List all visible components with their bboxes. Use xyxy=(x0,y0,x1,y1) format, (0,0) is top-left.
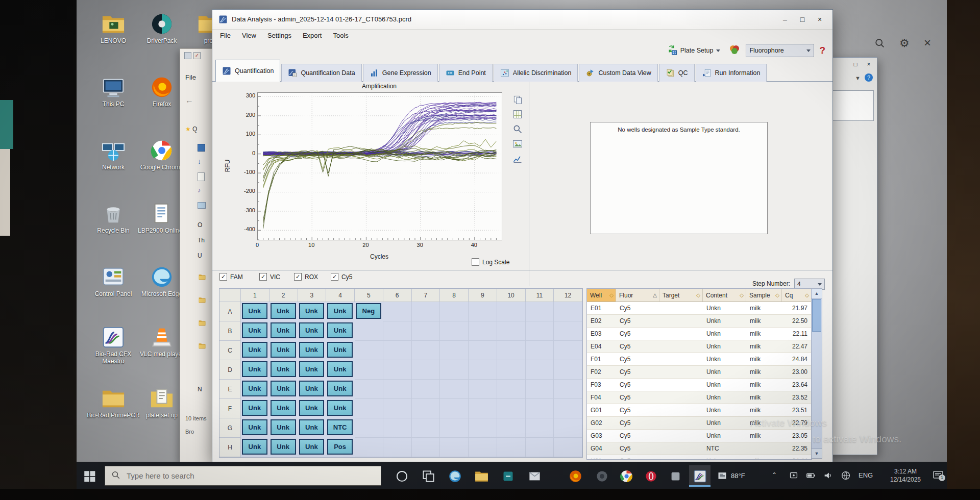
taskbar-ball-button[interactable] xyxy=(591,465,612,487)
well-G9-empty[interactable] xyxy=(469,418,497,438)
quick-access-item[interactable]: ★ Q xyxy=(185,126,197,133)
well-E6-empty[interactable] xyxy=(383,380,412,399)
well-E10-empty[interactable] xyxy=(497,380,526,399)
chart-tool-image-icon[interactable] xyxy=(512,139,523,149)
well-A12-empty[interactable] xyxy=(554,302,582,321)
table-row-F03[interactable]: F03Cy5Unknmilk23.64 xyxy=(587,379,812,391)
well-C12-empty[interactable] xyxy=(554,341,582,360)
well-A10-empty[interactable] xyxy=(497,302,526,321)
well-H1[interactable]: Unk xyxy=(242,439,267,455)
checkbox-fam[interactable]: ✓FAM xyxy=(219,273,243,281)
tray-expand-chevron[interactable]: ⌃ xyxy=(772,471,777,479)
well-A3[interactable]: Unk xyxy=(299,303,325,319)
desktop-icon-lenovo[interactable]: LENOVO xyxy=(87,12,140,44)
desktop-icon-bio-rad-cfx-maestro[interactable]: Bio-Rad CFX Maestro xyxy=(87,326,140,365)
table-row-E03[interactable]: E03Cy5Unknmilk22.11 xyxy=(587,328,812,340)
desktop-icon-recycle-bin[interactable]: Recycle Bin xyxy=(87,202,140,234)
well-C10-empty[interactable] xyxy=(497,341,526,360)
well-H10-empty[interactable] xyxy=(497,438,526,457)
well-C8-empty[interactable] xyxy=(440,341,469,360)
taskbar-mail-button[interactable] xyxy=(524,465,545,487)
maximize-button[interactable]: □ xyxy=(794,13,811,26)
column-header-sample[interactable]: Sample◇ xyxy=(746,289,782,302)
tab-end-point[interactable]: End Point xyxy=(439,64,493,82)
well-F11-empty[interactable] xyxy=(526,399,554,418)
plate-column-header[interactable]: 2 xyxy=(270,289,298,302)
taskbar-search[interactable] xyxy=(105,466,381,486)
well-A9-empty[interactable] xyxy=(469,302,497,321)
desktop-icon-bio-rad-primepcr[interactable]: Bio-Rad PrimePCR xyxy=(87,387,140,419)
plate-row-header[interactable]: B xyxy=(219,321,241,341)
well-A4[interactable]: Unk xyxy=(327,303,353,319)
well-C9-empty[interactable] xyxy=(469,341,497,360)
table-row-G01[interactable]: G01Cy5Unknmilk23.51 xyxy=(587,404,812,417)
well-D10-empty[interactable] xyxy=(497,360,526,380)
well-C1[interactable]: Unk xyxy=(242,342,267,358)
close-button[interactable]: × xyxy=(863,60,875,69)
tab-quantification[interactable]: Quantification xyxy=(215,60,280,82)
well-A5[interactable]: Neg xyxy=(356,303,381,319)
well-A1[interactable]: Unk xyxy=(242,303,267,319)
column-header-fluor[interactable]: Fluor△ xyxy=(616,289,659,302)
plate-row-header[interactable]: C xyxy=(219,341,241,360)
well-H9-empty[interactable] xyxy=(469,438,497,457)
search-icon[interactable] xyxy=(874,38,886,51)
help-icon[interactable]: ? xyxy=(865,73,873,82)
plate-row-header[interactable]: F xyxy=(219,399,241,418)
tray-app-icon[interactable] xyxy=(788,470,799,483)
well-H5-empty[interactable] xyxy=(355,438,383,457)
well-D9-empty[interactable] xyxy=(469,360,497,380)
taskbar-opera-button[interactable] xyxy=(640,465,662,487)
well-F8-empty[interactable] xyxy=(440,399,469,418)
well-E7-empty[interactable] xyxy=(412,380,440,399)
plate-column-header[interactable]: 11 xyxy=(526,289,554,302)
well-C6-empty[interactable] xyxy=(383,341,412,360)
plate-row-header[interactable]: G xyxy=(219,418,241,438)
desktop-icon-network[interactable]: Network xyxy=(87,139,140,171)
plate-setup-button[interactable]: Plate Setup xyxy=(663,43,724,58)
taskbar-gray-button[interactable] xyxy=(665,465,686,487)
explorer-tree-item[interactable]: O xyxy=(198,221,202,229)
well-G10-empty[interactable] xyxy=(497,418,526,438)
well-F2[interactable]: Unk xyxy=(271,400,296,416)
menu-view[interactable]: View xyxy=(236,29,262,42)
well-F12-empty[interactable] xyxy=(554,399,582,418)
column-header-cq[interactable]: Cq◇ xyxy=(782,289,812,302)
table-row-F02[interactable]: F02Cy5Unknmilk23.00 xyxy=(587,366,812,379)
scrollbar[interactable]: ▲ ▼ xyxy=(811,288,822,459)
well-F3[interactable]: Unk xyxy=(299,400,325,416)
table-row-F04[interactable]: F04Cy5Unknmilk23.52 xyxy=(587,391,812,404)
tab-run-information[interactable]: Run Information xyxy=(696,64,767,82)
table-row-G02[interactable]: G02Cy5Unknmilk22.79 xyxy=(587,417,812,430)
table-row-E04[interactable]: E04Cy5Unknmilk22.47 xyxy=(587,340,812,353)
help-button[interactable]: ? xyxy=(819,45,825,56)
well-H3[interactable]: Unk xyxy=(299,439,325,455)
plate-row-header[interactable]: D xyxy=(219,360,241,380)
plate-column-header[interactable]: 9 xyxy=(469,289,497,302)
plate-row-header[interactable]: A xyxy=(219,302,241,321)
well-G7-empty[interactable] xyxy=(412,418,440,438)
well-B6-empty[interactable] xyxy=(383,321,412,341)
checkbox-vic[interactable]: ✓VIC xyxy=(259,273,280,281)
well-F1[interactable]: Unk xyxy=(242,400,267,416)
pane-splitter[interactable] xyxy=(529,82,529,286)
taskbar-chrome-button[interactable] xyxy=(616,465,637,487)
well-H4[interactable]: Pos xyxy=(327,439,353,455)
menu-file[interactable]: File xyxy=(214,29,236,42)
explorer-tree-item[interactable]: Th xyxy=(198,237,205,244)
tab-gene-expression[interactable]: Gene Expression xyxy=(363,64,438,82)
well-G1[interactable]: Unk xyxy=(242,419,267,435)
well-G12-empty[interactable] xyxy=(554,418,582,438)
music-icon[interactable]: ♪ xyxy=(198,187,201,194)
explorer-toolbar-icon[interactable] xyxy=(184,52,191,59)
desktop-icon-this-pc[interactable]: This PC xyxy=(87,76,140,108)
taskbar-explorer-button[interactable] xyxy=(471,465,492,487)
well-H7-empty[interactable] xyxy=(412,438,440,457)
well-D2[interactable]: Unk xyxy=(271,361,296,377)
speaker-icon[interactable] xyxy=(823,470,834,483)
plate-column-header[interactable]: 8 xyxy=(440,289,469,302)
taskbar-appteal-button[interactable] xyxy=(497,465,519,487)
explorer-tree-item[interactable]: N xyxy=(198,386,202,393)
desktop-icon-control-panel[interactable]: Control Panel xyxy=(87,265,140,297)
weather-widget[interactable]: 88°F xyxy=(717,470,745,481)
